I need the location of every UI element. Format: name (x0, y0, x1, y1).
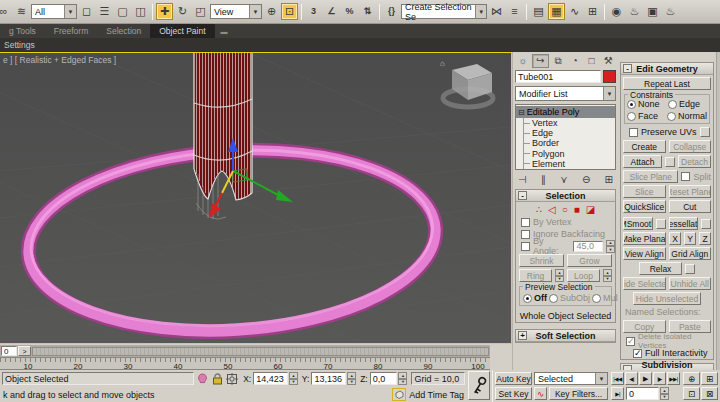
hide-unselected-button[interactable]: Hide Unselected (633, 292, 701, 305)
preview-subobj-radio[interactable] (549, 294, 558, 303)
display-tab-icon[interactable]: □ (584, 54, 600, 68)
tube-object[interactable] (194, 53, 252, 219)
stack-item-element[interactable]: Element (524, 159, 615, 169)
stack-item-vertex[interactable]: Vertex (524, 118, 615, 128)
attach-settings-icon[interactable] (665, 157, 675, 167)
z-spinner[interactable]: ▲▼ (398, 372, 407, 385)
grid-align-button[interactable]: Grid Align (669, 247, 712, 260)
gizmo-x-axis-arrow[interactable] (276, 190, 293, 202)
y-coordinate-field[interactable]: 13,136 (311, 372, 346, 385)
edge-mode-icon[interactable]: ◁ (548, 204, 556, 215)
constraint-face-radio[interactable] (627, 112, 636, 121)
modifier-list-dropdown[interactable]: Modifier List ▼ (515, 86, 616, 101)
by-vertex-checkbox[interactable] (521, 218, 530, 227)
z-coordinate-field[interactable]: 0,0 (370, 372, 398, 385)
spinner-snap-toggle-icon[interactable]: ⇅ (359, 3, 376, 20)
go-to-end-icon[interactable]: ▶▶| (667, 372, 680, 385)
mirror-icon[interactable]: ⋈ (488, 3, 505, 20)
y-spinner[interactable]: ▲▼ (347, 372, 356, 385)
unhide-all-button[interactable]: Unhide All (669, 277, 712, 290)
relax-settings-icon[interactable] (685, 264, 695, 274)
stack-item-border[interactable]: Border (524, 138, 615, 148)
slice-button[interactable]: Slice (623, 185, 666, 198)
collapse-icon[interactable]: - (518, 191, 527, 200)
ring-spinner[interactable]: ▲▼ (555, 269, 564, 282)
delete-isolated-vertices-checkbox[interactable] (626, 337, 635, 346)
selected-set-dropdown[interactable]: Selected ▼ (534, 372, 608, 385)
select-and-scale-icon[interactable]: ◰ (192, 3, 209, 20)
view-align-button[interactable]: View Align (623, 247, 666, 260)
select-and-manipulate-icon[interactable]: ⊡ (281, 3, 298, 20)
make-unique-icon[interactable]: ⋎ (560, 174, 567, 185)
time-tag-icon[interactable] (392, 388, 406, 401)
reset-plane-button[interactable]: Reset Plane (669, 185, 712, 198)
collapse-button[interactable]: Collapse (669, 140, 712, 153)
remove-modifier-icon[interactable]: ⊖ (582, 174, 590, 185)
by-angle-spinner[interactable]: ▲▼ (606, 240, 615, 253)
bind-to-space-warp-icon[interactable]: ≋ (13, 3, 30, 20)
collapse-icon[interactable]: - (623, 64, 632, 73)
edit-geometry-header[interactable]: - Edit Geometry (621, 63, 713, 75)
tab-freeform[interactable]: Freeform (45, 24, 97, 38)
preview-multi-radio[interactable] (592, 294, 601, 303)
tessellate-button[interactable]: Tessellate (669, 217, 699, 230)
create-button[interactable]: Create (623, 140, 666, 153)
full-interactivity-checkbox[interactable] (633, 349, 642, 358)
zoom-extents-icon[interactable]: ⊡ (683, 387, 700, 400)
loop-button[interactable]: Loop (567, 269, 600, 282)
stack-item-polygon[interactable]: Polygon (524, 149, 615, 159)
msmooth-button[interactable]: MSmooth (623, 217, 653, 230)
align-icon[interactable]: ≡ (506, 3, 523, 20)
manage-layers-icon[interactable]: ▤ (530, 3, 547, 20)
soft-selection-header[interactable]: + Soft Selection (516, 330, 615, 342)
previous-frame-icon[interactable]: ◀| (625, 372, 638, 385)
auto-key-button[interactable]: Auto Key (495, 372, 532, 385)
constraint-edge-radio[interactable] (668, 100, 677, 109)
ribbon-toggle-icon[interactable]: ▦ (548, 3, 565, 20)
panel-scrollbar[interactable] (716, 52, 720, 372)
modify-tab-icon[interactable]: ↪ (532, 54, 550, 68)
attach-button[interactable]: Attach (623, 155, 662, 168)
percent-snap-toggle-icon[interactable]: % (341, 3, 358, 20)
by-angle-checkbox[interactable] (521, 242, 530, 251)
curve-editor-icon[interactable]: ∿ (566, 3, 583, 20)
go-to-start-icon[interactable]: |◀◀ (611, 372, 624, 385)
zoom-extents-all-icon[interactable]: ⊠ (701, 387, 718, 400)
constraint-none-radio[interactable] (627, 100, 636, 109)
edit-named-selection-sets-icon[interactable]: {} (383, 3, 400, 20)
planar-x-button[interactable]: X (669, 232, 681, 245)
key-mode-toggle-icon[interactable]: ▶| (611, 387, 624, 400)
preserve-uvs-checkbox[interactable] (629, 128, 638, 137)
zoom-all-icon[interactable]: ⊞ (701, 372, 718, 385)
select-and-link-icon[interactable]: ∞ (0, 3, 12, 20)
selection-filter-dropdown[interactable]: All ▼ (31, 4, 77, 19)
time-slider-value[interactable]: 0 (1, 346, 17, 356)
motion-tab-icon[interactable]: ◔ (567, 54, 583, 68)
configure-modifier-sets-icon[interactable]: ⊞ (605, 174, 613, 185)
hierarchy-tab-icon[interactable]: ⧉ (550, 54, 566, 68)
select-object-icon[interactable]: ◻ (78, 3, 95, 20)
key-filters-button[interactable]: Key Filters... (549, 387, 608, 400)
track-bar[interactable]: 10 20 30 40 50 60 70 80 90 100 (0, 357, 490, 370)
rendered-frame-window-icon[interactable]: ▣ (644, 3, 661, 20)
split-checkbox[interactable] (681, 172, 690, 181)
pin-stack-icon[interactable]: ⊣ (518, 174, 527, 185)
ribbon-minimize-icon[interactable]: ▬ (221, 28, 228, 35)
time-slider[interactable]: 0 > (0, 345, 490, 357)
hide-selected-button[interactable]: Hide Selected (623, 277, 666, 290)
utilities-tab-icon[interactable]: ⚒ (600, 54, 616, 68)
stack-item-editable-poly[interactable]: ⊟ Editable Poly (516, 106, 615, 118)
window-crossing-toggle-icon[interactable]: ◫ (132, 3, 149, 20)
grow-button[interactable]: Grow (567, 254, 612, 267)
rectangular-selection-region-icon[interactable]: ▢ (114, 3, 131, 20)
select-and-rotate-icon[interactable]: ↻ (174, 3, 191, 20)
next-frame-icon[interactable]: |▶ (653, 372, 666, 385)
ring-button[interactable]: Ring (519, 269, 552, 282)
isolate-selection-icon[interactable] (195, 372, 209, 386)
element-mode-icon[interactable]: ◪ (586, 204, 595, 215)
zoom-icon[interactable]: ⊕ (683, 372, 700, 385)
schematic-view-icon[interactable]: ⊞ (584, 3, 601, 20)
expand-icon[interactable]: + (518, 331, 527, 340)
keyboard-shortcut-override-button[interactable] (468, 371, 490, 400)
selection-lock-icon[interactable] (210, 372, 224, 386)
